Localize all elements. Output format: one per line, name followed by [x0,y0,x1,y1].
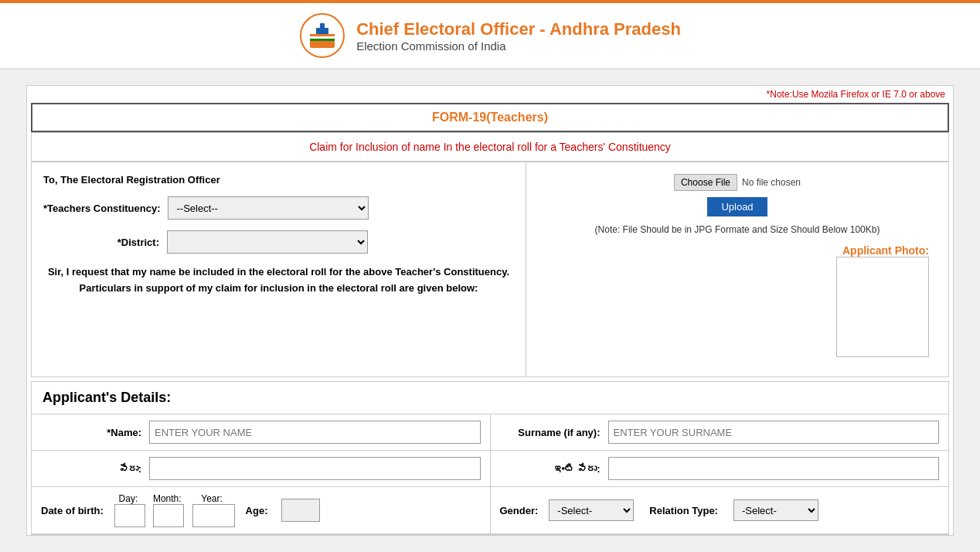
applicants-details-section: Applicant's Details: *Name: Surname (if … [31,381,949,535]
upload-button[interactable]: Upload [707,197,767,216]
header-subtitle: Election Commission of India [356,39,681,53]
header-title: Chief Electoral Officer - Andhra Pradesh [356,19,681,39]
dob-row: Date of birth: Day: Month: Year: [32,487,948,534]
upload-note: (Note: File Should be in JPG Formate and… [595,223,880,237]
gender-label: Gender: [500,505,539,516]
svg-rect-5 [310,34,335,36]
day-label: Day: [119,493,138,504]
surname-input[interactable] [608,421,940,444]
dob-month-group: Month: [153,493,185,527]
applicant-photo-label: Applicant Photo: [546,244,929,257]
photo-box [836,257,929,357]
dob-cell: Date of birth: Day: Month: Year: [32,487,491,533]
telugu-surname-label: ఇంటి పేరు: [500,463,608,475]
claim-subtitle: Claim for Inclusion of name In the elect… [31,132,949,162]
name-row: *Name: Surname (if any): [32,414,948,451]
teachers-constituency-select[interactable]: --Select-- [168,196,369,220]
header-logo: Chief Electoral Officer - Andhra Pradesh… [299,12,681,59]
telugu-name-row: పేరు: ఇంటి పేరు: [32,451,948,487]
svg-rect-6 [310,36,335,39]
main-content: *Note:Use Mozila Firefox or IE 7.0 or ab… [0,70,980,551]
svg-rect-7 [310,39,335,41]
form-title: FORM-19(Teachers) [31,103,949,132]
telugu-name-cell: పేరు: [32,451,491,486]
age-label: Age: [246,505,268,516]
dob-day-input[interactable] [114,504,145,527]
name-input[interactable] [149,421,481,444]
age-input [281,499,320,522]
surname-label: Surname (if any): [500,427,608,438]
telugu-surname-cell: ఇంటి పేరు: [491,451,949,486]
form-wrapper: *Note:Use Mozila Firefox or IE 7.0 or ab… [26,85,954,536]
dob-year-group: Year: [192,493,235,527]
dob-year-input[interactable] [192,504,235,527]
name-cell: *Name: [32,414,491,450]
header-text: Chief Electoral Officer - Andhra Pradesh… [356,19,681,53]
gender-relation-cell: Gender: -Select- Relation Type: -Select- [491,487,949,533]
right-section: Choose File No file chosen Upload (Note:… [526,162,948,377]
officer-title: To, The Electoral Registration Officer [43,174,514,186]
district-row: *District: [43,230,514,254]
dob-month-input[interactable] [153,504,184,527]
browser-note: *Note:Use Mozila Firefox or IE 7.0 or ab… [767,89,945,100]
no-file-text: No file chosen [742,177,801,188]
upload-center: Choose File No file chosen Upload (Note:… [538,174,937,237]
month-label: Month: [153,493,182,504]
telugu-name-input[interactable] [149,457,481,480]
district-select[interactable] [167,230,368,254]
dob-label: Date of birth: [41,505,104,516]
telugu-name-label: పేరు: [41,463,149,475]
election-commission-logo [299,12,345,59]
relation-type-select[interactable]: -Select- [733,499,818,521]
applicants-details-title: Applicant's Details: [32,382,948,414]
year-label: Year: [201,493,223,504]
telugu-surname-input[interactable] [608,457,940,480]
details-grid: *Name: Surname (if any): పేరు: [32,414,948,534]
file-row: Choose File No file chosen [674,174,801,191]
surname-cell: Surname (if any): [491,414,949,450]
header: Chief Electoral Officer - Andhra Pradesh… [0,3,980,70]
photo-wrapper: Applicant Photo: [538,237,937,365]
gender-select[interactable]: -Select- [549,499,634,521]
relation-type-label: Relation Type: [649,505,718,516]
district-label: *District: [43,237,167,248]
teachers-constituency-label: *Teachers Constituency: [43,203,168,214]
note-bar: *Note:Use Mozila Firefox or IE 7.0 or ab… [27,86,953,103]
top-section: To, The Electoral Registration Officer *… [31,162,949,377]
name-label: *Name: [41,427,149,438]
choose-file-button[interactable]: Choose File [674,174,737,191]
dob-day-group: Day: [114,493,145,527]
teachers-constituency-row: *Teachers Constituency: --Select-- [43,196,514,220]
request-text: Sir, I request that my name be included … [43,264,514,297]
svg-rect-3 [320,23,325,29]
left-section: To, The Electoral Registration Officer *… [32,162,526,377]
